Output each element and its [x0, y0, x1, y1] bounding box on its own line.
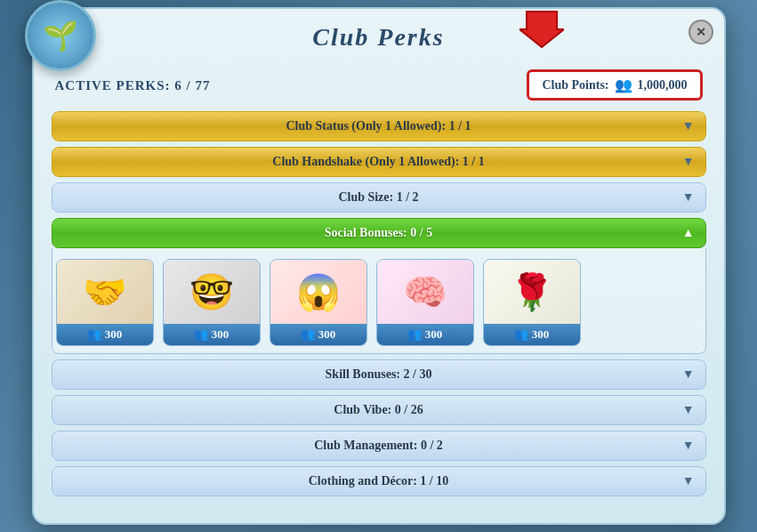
section-club-status: Club Status (Only 1 Allowed): 1 / 1 ▼ [52, 111, 706, 141]
perk-shout-cost: 👥 300 [270, 324, 366, 345]
chevron-up-icon: ▲ [682, 226, 695, 240]
people-icon: 👥 [615, 77, 632, 93]
perk-card-rose[interactable]: 🌹 👥 300 [483, 259, 581, 346]
section-club-handshake-header[interactable]: Club Handshake (Only 1 Allowed): 1 / 1 ▼ [52, 147, 706, 177]
modal-title: Club Perks [87, 23, 671, 52]
section-club-size-label: Club Size: 1 / 2 [338, 190, 418, 205]
social-bonuses-content: 🤝 👥 300 🤓 👥 300 😱 [52, 248, 706, 354]
svg-marker-0 [519, 12, 564, 47]
section-social-bonuses-header[interactable]: Social Bonuses: 0 / 5 ▲ [52, 218, 706, 248]
perk-brain-cost: 👥 300 [377, 324, 473, 345]
club-points-value: 1,000,000 [638, 78, 688, 93]
section-club-handshake-label: Club Handshake (Only 1 Allowed): 1 / 1 [272, 155, 484, 169]
club-points-badge: Club Points: 👥 1,000,000 [527, 69, 702, 101]
chevron-down-icon: ▼ [682, 439, 695, 453]
section-club-management-header[interactable]: Club Management: 0 / 2 ▼ [52, 431, 706, 461]
perk-shout-image: 😱 [270, 260, 366, 324]
people-icon: 👥 [407, 327, 422, 342]
section-club-status-header[interactable]: Club Status (Only 1 Allowed): 1 / 1 ▼ [52, 111, 706, 141]
chevron-down-icon: ▼ [682, 474, 695, 488]
perks-grid: 🤝 👥 300 🤓 👥 300 😱 [52, 248, 705, 353]
active-perks-info: Active Perks: 6 / 77 [55, 77, 211, 93]
people-icon: 👥 [87, 327, 101, 342]
stats-row: Active Perks: 6 / 77 Club Points: 👥 1,00… [52, 62, 706, 111]
perk-card-shout[interactable]: 😱 👥 300 [270, 259, 367, 346]
club-points-label: Club Points: [542, 78, 608, 93]
close-button[interactable]: ✕ [689, 20, 713, 44]
chevron-down-icon: ▼ [682, 190, 695, 205]
perk-brain-image: 🧠 [377, 260, 473, 324]
section-skill-bonuses: Skill Bonuses: 2 / 30 ▼ [52, 359, 706, 390]
chevron-down-icon: ▼ [682, 119, 695, 133]
perk-card-glasses[interactable]: 🤓 👥 300 [163, 259, 261, 346]
section-club-size-header[interactable]: Club Size: 1 / 2 ▼ [52, 182, 706, 213]
active-perks-label: Active Perks: 6 / 77 [55, 78, 211, 93]
section-clothing-decor-header[interactable]: Clothing and Décor: 1 / 10 ▼ [52, 466, 706, 496]
section-club-vibe-header[interactable]: Club Vibe: 0 / 26 ▼ [52, 395, 706, 425]
section-club-management-label: Club Management: 0 / 2 [314, 439, 443, 453]
club-perks-modal: 🌱 Club Perks ✕ Active Perks: 6 / 77 Club… [32, 7, 726, 525]
section-club-management: Club Management: 0 / 2 ▼ [52, 431, 706, 461]
perk-rose-image: 🌹 [484, 260, 580, 324]
people-icon: 👥 [514, 327, 528, 342]
perk-card-brain[interactable]: 🧠 👥 300 [376, 259, 474, 346]
logo-plant-icon: 🌱 [43, 19, 78, 52]
people-icon: 👥 [194, 327, 208, 342]
section-social-bonuses-label: Social Bonuses: 0 / 5 [325, 226, 432, 240]
section-clothing-decor-label: Clothing and Décor: 1 / 10 [309, 474, 449, 488]
perk-glasses-image: 🤓 [164, 260, 260, 324]
section-club-vibe-label: Club Vibe: 0 / 26 [334, 403, 423, 417]
club-logo: 🌱 [25, 0, 96, 71]
people-icon: 👥 [301, 327, 315, 342]
section-clothing-decor: Clothing and Décor: 1 / 10 ▼ [52, 466, 706, 496]
section-club-handshake: Club Handshake (Only 1 Allowed): 1 / 1 ▼ [52, 147, 706, 177]
perk-handshake-cost: 👥 300 [57, 324, 153, 345]
section-club-size: Club Size: 1 / 2 ▼ [52, 182, 706, 213]
section-social-bonuses: Social Bonuses: 0 / 5 ▲ 🤝 👥 300 🤓 [52, 218, 706, 354]
section-club-status-label: Club Status (Only 1 Allowed): 1 / 1 [286, 119, 471, 133]
section-skill-bonuses-header[interactable]: Skill Bonuses: 2 / 30 ▼ [52, 359, 706, 390]
chevron-down-icon: ▼ [682, 403, 695, 417]
arrow-indicator [519, 4, 564, 52]
perk-card-handshake[interactable]: 🤝 👥 300 [56, 259, 154, 346]
perk-rose-cost: 👥 300 [484, 324, 580, 345]
modal-body: Active Perks: 6 / 77 Club Points: 👥 1,00… [34, 62, 724, 496]
section-skill-bonuses-label: Skill Bonuses: 2 / 30 [326, 367, 432, 382]
perk-handshake-image: 🤝 [57, 260, 153, 324]
section-club-vibe: Club Vibe: 0 / 26 ▼ [52, 395, 706, 425]
chevron-down-icon: ▼ [682, 155, 695, 169]
chevron-down-icon: ▼ [682, 367, 695, 382]
modal-header: 🌱 Club Perks ✕ [34, 9, 724, 62]
perk-glasses-cost: 👥 300 [164, 324, 260, 345]
